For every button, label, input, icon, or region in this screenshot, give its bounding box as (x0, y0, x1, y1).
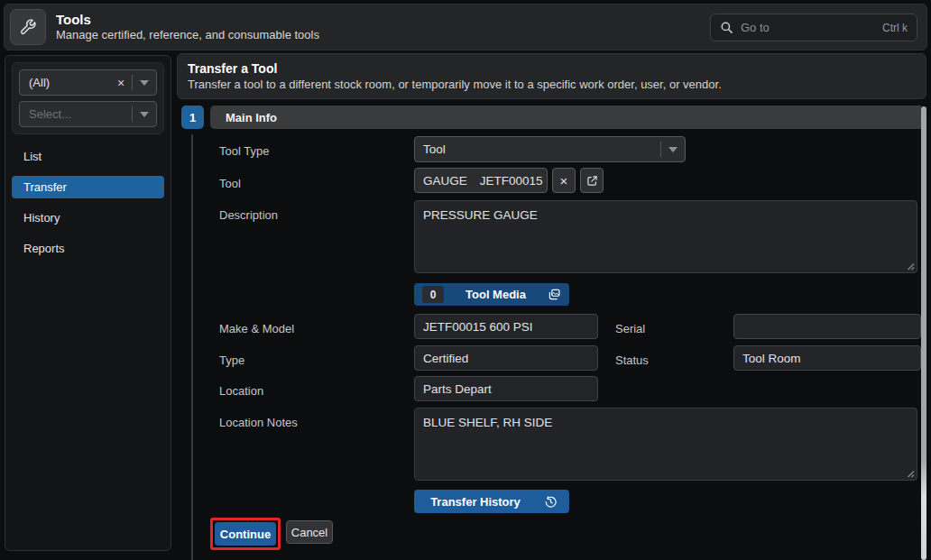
sidebar-item-transfer[interactable]: Transfer (12, 176, 164, 198)
description-label-wrap: Description (219, 207, 278, 223)
tool-id: JETF00015 (480, 174, 543, 188)
description-label: Description (219, 208, 278, 222)
location-notes-label: Location Notes (219, 416, 298, 429)
goto-placeholder: Go to (741, 21, 875, 34)
app-subtitle: Manage certified, reference, and consuma… (56, 28, 319, 42)
tool-field-group: GAUGE JETF00015 × (414, 168, 604, 193)
section-header-main-info: Main Info (210, 106, 921, 129)
history-icon (544, 495, 558, 509)
sidebar-item-list[interactable]: List (12, 145, 164, 168)
description-value: PRESSURE GAUGE (423, 208, 538, 222)
open-tool-button[interactable] (580, 168, 604, 193)
dropdown-toggle[interactable] (133, 102, 156, 126)
app-window: Tools Manage certified, reference, and c… (0, 0, 931, 560)
type-label: Type (219, 353, 244, 367)
location-label-wrap: Location (219, 382, 263, 399)
status-label-wrap: Status (615, 352, 649, 368)
vertical-scrollbar[interactable] (921, 106, 926, 560)
make-model-label: Make & Model (219, 322, 294, 335)
tool-label: Tool (219, 177, 241, 190)
stockroom-filter-value: (All) (29, 76, 110, 89)
app-titles: Tools Manage certified, reference, and c… (56, 12, 319, 42)
external-link-icon (586, 175, 598, 187)
type-label-wrap: Type (219, 352, 244, 368)
serial-label: Serial (615, 322, 645, 335)
serial-input[interactable] (733, 314, 921, 339)
description-textarea[interactable]: PRESSURE GAUGE (414, 200, 917, 273)
sidebar: (All) × Select... List Transfer History … (5, 55, 171, 551)
goto-search-input[interactable]: Go to Ctrl k (710, 14, 917, 41)
make-model-input[interactable]: JETF00015 600 PSI (414, 314, 598, 339)
status-value: Tool Room (742, 352, 801, 365)
section-title: Main Info (226, 111, 277, 124)
location-notes-value: BLUE SHELF, RH SIDE (423, 416, 552, 429)
page-subtitle: Transfer a tool to a different stock roo… (188, 77, 916, 92)
location-label: Location (219, 384, 263, 398)
tool-media-button[interactable]: 0 Tool Media (414, 283, 569, 306)
chevron-down-icon (140, 80, 149, 86)
wrench-icon (18, 17, 38, 37)
dropdown-toggle[interactable] (661, 137, 685, 161)
tool-name: GAUGE (423, 174, 467, 188)
media-gallery-icon (548, 288, 561, 301)
secondary-filter-placeholder: Select... (29, 107, 132, 121)
status-input[interactable]: Tool Room (733, 345, 921, 371)
remove-tool-button[interactable]: × (552, 168, 576, 193)
close-icon: × (560, 174, 568, 188)
make-model-label-wrap: Make & Model (219, 320, 294, 336)
sidebar-filter-panel: (All) × Select... (12, 62, 164, 134)
continue-label: Continue (220, 528, 271, 541)
tool-type-label-wrap: Tool Type (219, 142, 269, 159)
location-notes-label-wrap: Location Notes (219, 414, 298, 430)
app-icon-tile (10, 9, 46, 45)
dropdown-toggle[interactable] (133, 70, 156, 95)
step-number-badge: 1 (181, 106, 204, 129)
secondary-filter-select[interactable]: Select... (19, 101, 157, 127)
tool-media-count-badge: 0 (422, 286, 444, 303)
sidebar-item-history[interactable]: History (12, 207, 164, 229)
tool-label-wrap: Tool (219, 175, 241, 191)
cancel-label: Cancel (291, 526, 327, 539)
type-input[interactable]: Certified (414, 345, 598, 371)
search-icon (720, 21, 733, 34)
app-title: Tools (56, 12, 319, 28)
chevron-down-icon (668, 147, 678, 152)
continue-button[interactable]: Continue (215, 522, 276, 546)
sidebar-nav: List Transfer History Reports (5, 145, 171, 260)
tool-type-label: Tool Type (219, 144, 269, 158)
cancel-button[interactable]: Cancel (286, 520, 333, 544)
serial-label-wrap: Serial (615, 320, 645, 336)
location-value: Parts Depart (423, 382, 492, 396)
sidebar-item-reports[interactable]: Reports (12, 237, 164, 260)
page-header: Transfer a Tool Transfer a tool to a dif… (177, 53, 926, 99)
tool-value-field[interactable]: GAUGE JETF00015 (414, 168, 548, 193)
step-connector-line (191, 134, 193, 560)
stockroom-filter-select[interactable]: (All) × (19, 69, 157, 96)
annotation-highlight: Continue (210, 518, 281, 550)
resize-handle-icon[interactable] (906, 262, 915, 271)
transfer-history-label: Transfer History (414, 495, 537, 509)
chevron-down-icon (140, 112, 149, 117)
clear-filter-icon[interactable]: × (110, 76, 132, 90)
location-notes-textarea[interactable]: BLUE SHELF, RH SIDE (414, 408, 917, 481)
app-header: Tools Manage certified, reference, and c… (4, 4, 927, 50)
location-input[interactable]: Parts Depart (414, 376, 598, 401)
tool-media-label: Tool Media (466, 288, 526, 301)
tool-type-value: Tool (423, 142, 660, 156)
page-title: Transfer a Tool (188, 60, 916, 77)
resize-handle-icon[interactable] (906, 469, 915, 478)
make-model-value: JETF00015 600 PSI (423, 320, 533, 334)
transfer-history-button[interactable]: Transfer History (414, 490, 569, 513)
tool-type-select[interactable]: Tool (414, 136, 686, 162)
status-label: Status (615, 353, 649, 367)
type-value: Certified (423, 352, 468, 365)
goto-shortcut-hint: Ctrl k (882, 22, 908, 34)
